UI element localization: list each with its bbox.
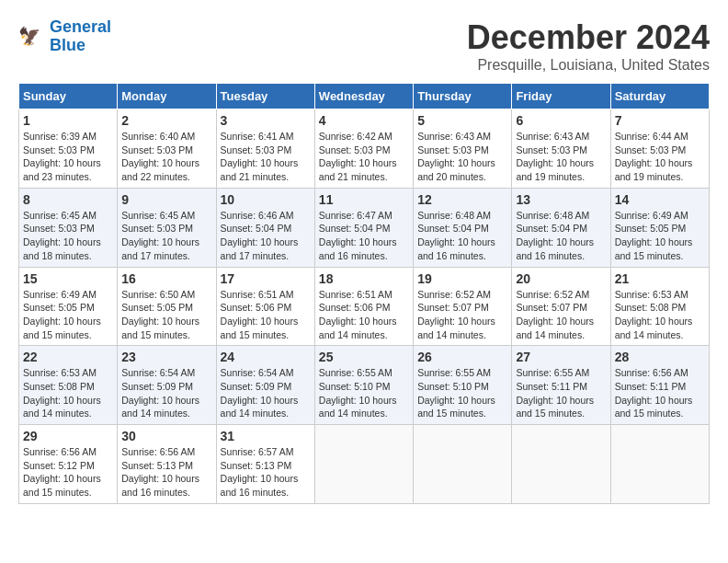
day-number: 18 [319, 271, 409, 286]
day-info: Sunrise: 6:51 AM Sunset: 5:06 PM Dayligh… [221, 288, 311, 342]
day-number: 28 [615, 350, 705, 364]
day-info: Sunrise: 6:53 AM Sunset: 5:08 PM Dayligh… [615, 288, 705, 342]
day-info: Sunrise: 6:52 AM Sunset: 5:07 PM Dayligh… [417, 288, 507, 342]
day-cell: 16 Sunrise: 6:50 AM Sunset: 5:05 PM Dayl… [118, 267, 216, 346]
logo-text: General Blue [50, 18, 111, 55]
day-number: 23 [121, 350, 211, 364]
col-header-tuesday: Tuesday [216, 84, 314, 109]
day-number: 30 [121, 429, 211, 443]
week-row-4: 22 Sunrise: 6:53 AM Sunset: 5:08 PM Dayl… [19, 346, 710, 425]
day-info: Sunrise: 6:49 AM Sunset: 5:05 PM Dayligh… [23, 288, 113, 342]
day-info: Sunrise: 6:48 AM Sunset: 5:04 PM Dayligh… [417, 209, 507, 263]
day-info: Sunrise: 6:41 AM Sunset: 5:03 PM Dayligh… [221, 130, 311, 184]
day-number: 7 [615, 113, 705, 128]
day-number: 2 [121, 113, 211, 128]
day-cell: 18 Sunrise: 6:51 AM Sunset: 5:06 PM Dayl… [314, 267, 413, 346]
day-cell: 1 Sunrise: 6:39 AM Sunset: 5:03 PM Dayli… [19, 109, 118, 189]
day-cell [414, 425, 512, 504]
day-number: 20 [516, 271, 606, 286]
day-cell: 5 Sunrise: 6:43 AM Sunset: 5:03 PM Dayli… [414, 109, 512, 189]
week-row-5: 29 Sunrise: 6:56 AM Sunset: 5:12 PM Dayl… [19, 425, 710, 504]
day-number: 12 [417, 192, 507, 207]
subtitle: Presquille, Louisiana, United States [467, 57, 710, 74]
day-info: Sunrise: 6:48 AM Sunset: 5:04 PM Dayligh… [516, 209, 606, 263]
day-info: Sunrise: 6:56 AM Sunset: 5:12 PM Dayligh… [23, 445, 113, 500]
day-number: 9 [121, 192, 211, 207]
day-number: 17 [221, 271, 311, 286]
day-cell: 2 Sunrise: 6:40 AM Sunset: 5:03 PM Dayli… [118, 109, 216, 189]
week-row-3: 15 Sunrise: 6:49 AM Sunset: 5:05 PM Dayl… [19, 267, 710, 346]
day-cell: 8 Sunrise: 6:45 AM Sunset: 5:03 PM Dayli… [19, 188, 118, 267]
day-number: 13 [516, 192, 606, 207]
day-info: Sunrise: 6:39 AM Sunset: 5:03 PM Dayligh… [23, 130, 113, 184]
day-cell: 13 Sunrise: 6:48 AM Sunset: 5:04 PM Dayl… [512, 188, 610, 267]
day-cell: 30 Sunrise: 6:56 AM Sunset: 5:13 PM Dayl… [118, 425, 216, 504]
day-info: Sunrise: 6:56 AM Sunset: 5:13 PM Dayligh… [121, 445, 211, 500]
day-info: Sunrise: 6:50 AM Sunset: 5:05 PM Dayligh… [121, 288, 211, 342]
day-cell: 24 Sunrise: 6:54 AM Sunset: 5:09 PM Dayl… [216, 346, 314, 425]
header: 🦅 General Blue December 2024 Presquille,… [18, 18, 710, 74]
day-number: 21 [615, 271, 705, 286]
week-row-2: 8 Sunrise: 6:45 AM Sunset: 5:03 PM Dayli… [19, 188, 710, 267]
day-number: 1 [23, 113, 113, 128]
day-number: 26 [417, 350, 507, 364]
day-cell: 11 Sunrise: 6:47 AM Sunset: 5:04 PM Dayl… [314, 188, 413, 267]
col-header-monday: Monday [118, 84, 216, 109]
col-header-thursday: Thursday [414, 84, 512, 109]
day-number: 25 [319, 350, 409, 364]
day-number: 10 [221, 192, 311, 207]
day-cell: 19 Sunrise: 6:52 AM Sunset: 5:07 PM Dayl… [414, 267, 512, 346]
day-cell: 4 Sunrise: 6:42 AM Sunset: 5:03 PM Dayli… [314, 109, 413, 189]
day-info: Sunrise: 6:51 AM Sunset: 5:06 PM Dayligh… [319, 288, 409, 342]
col-header-friday: Friday [512, 84, 610, 109]
day-number: 24 [221, 350, 311, 364]
day-cell: 29 Sunrise: 6:56 AM Sunset: 5:12 PM Dayl… [19, 425, 118, 504]
day-info: Sunrise: 6:45 AM Sunset: 5:03 PM Dayligh… [121, 209, 211, 263]
main-title: December 2024 [467, 18, 710, 57]
day-cell: 23 Sunrise: 6:54 AM Sunset: 5:09 PM Dayl… [118, 346, 216, 425]
svg-text:🦅: 🦅 [18, 25, 41, 47]
week-row-1: 1 Sunrise: 6:39 AM Sunset: 5:03 PM Dayli… [19, 109, 710, 189]
day-number: 27 [516, 350, 606, 364]
day-number: 14 [615, 192, 705, 207]
col-header-sunday: Sunday [19, 84, 118, 109]
day-cell: 12 Sunrise: 6:48 AM Sunset: 5:04 PM Dayl… [414, 188, 512, 267]
col-header-saturday: Saturday [610, 84, 709, 109]
day-info: Sunrise: 6:40 AM Sunset: 5:03 PM Dayligh… [121, 130, 211, 184]
day-cell [512, 425, 610, 504]
day-info: Sunrise: 6:42 AM Sunset: 5:03 PM Dayligh… [319, 130, 409, 184]
day-cell: 27 Sunrise: 6:55 AM Sunset: 5:11 PM Dayl… [512, 346, 610, 425]
day-info: Sunrise: 6:57 AM Sunset: 5:13 PM Dayligh… [221, 445, 311, 500]
day-number: 6 [516, 113, 606, 128]
day-number: 3 [221, 113, 311, 128]
day-cell: 17 Sunrise: 6:51 AM Sunset: 5:06 PM Dayl… [216, 267, 314, 346]
day-info: Sunrise: 6:55 AM Sunset: 5:10 PM Dayligh… [319, 366, 409, 420]
day-number: 29 [23, 429, 113, 443]
day-cell: 6 Sunrise: 6:43 AM Sunset: 5:03 PM Dayli… [512, 109, 610, 189]
day-cell: 28 Sunrise: 6:56 AM Sunset: 5:11 PM Dayl… [610, 346, 709, 425]
logo-blue: Blue [50, 37, 111, 55]
day-cell: 14 Sunrise: 6:49 AM Sunset: 5:05 PM Dayl… [610, 188, 709, 267]
day-cell [610, 425, 709, 504]
day-number: 4 [319, 113, 409, 128]
day-info: Sunrise: 6:54 AM Sunset: 5:09 PM Dayligh… [121, 366, 211, 420]
day-cell: 31 Sunrise: 6:57 AM Sunset: 5:13 PM Dayl… [216, 425, 314, 504]
calendar-table: SundayMondayTuesdayWednesdayThursdayFrid… [18, 83, 710, 504]
day-cell: 21 Sunrise: 6:53 AM Sunset: 5:08 PM Dayl… [610, 267, 709, 346]
logo: 🦅 General Blue [18, 18, 111, 55]
day-cell: 26 Sunrise: 6:55 AM Sunset: 5:10 PM Dayl… [414, 346, 512, 425]
day-cell: 20 Sunrise: 6:52 AM Sunset: 5:07 PM Dayl… [512, 267, 610, 346]
logo-general: General [50, 17, 111, 36]
day-info: Sunrise: 6:55 AM Sunset: 5:11 PM Dayligh… [516, 366, 606, 420]
title-area: December 2024 Presquille, Louisiana, Uni… [467, 18, 710, 74]
day-number: 16 [121, 271, 211, 286]
day-cell: 10 Sunrise: 6:46 AM Sunset: 5:04 PM Dayl… [216, 188, 314, 267]
day-cell: 15 Sunrise: 6:49 AM Sunset: 5:05 PM Dayl… [19, 267, 118, 346]
day-number: 11 [319, 192, 409, 207]
day-info: Sunrise: 6:53 AM Sunset: 5:08 PM Dayligh… [23, 366, 113, 420]
day-info: Sunrise: 6:55 AM Sunset: 5:10 PM Dayligh… [417, 366, 507, 420]
day-cell: 7 Sunrise: 6:44 AM Sunset: 5:03 PM Dayli… [610, 109, 709, 189]
header-row: SundayMondayTuesdayWednesdayThursdayFrid… [19, 84, 710, 109]
day-number: 5 [417, 113, 507, 128]
day-info: Sunrise: 6:44 AM Sunset: 5:03 PM Dayligh… [615, 130, 705, 184]
